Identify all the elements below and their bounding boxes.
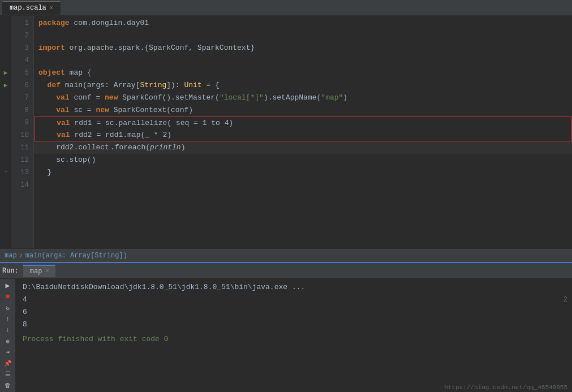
code-println: println <box>150 141 181 154</box>
run-gear-button[interactable]: ⚙ <box>2 337 14 346</box>
code-indent <box>38 79 48 92</box>
line-num-7: 7 <box>16 92 29 104</box>
keyword-val7: val <box>56 92 69 104</box>
keyword-import: import <box>38 42 65 54</box>
run-finished: Process finished with exit code 0 <box>23 333 565 346</box>
code-indent <box>39 117 57 130</box>
gutter-icons: ▶ ▶ − <box>0 16 11 248</box>
run-output: D:\BaiduNetdiskDownload\jdk1.8.0_51\jdk1… <box>16 279 572 348</box>
gutter-13[interactable]: − <box>0 166 11 179</box>
code-line-12: sc.stop() <box>34 154 572 166</box>
line-num-10: 10 <box>16 129 29 141</box>
gutter-10 <box>0 129 11 141</box>
code-text3: = { <box>202 79 220 92</box>
type-unit: Unit <box>184 79 201 92</box>
code-text4: ) <box>343 92 347 104</box>
run-play-button[interactable]: ▶ <box>2 281 14 290</box>
code-text2: 4) <box>220 117 233 130</box>
line-num-14: 14 <box>16 179 29 191</box>
keyword-to: to <box>211 117 220 130</box>
run-tab-label-map: map <box>30 268 42 275</box>
breadcrumb-separator: › <box>19 249 23 262</box>
code-line-7: val conf = new SparkConf().setMaster("lo… <box>34 92 572 104</box>
tab-close-button[interactable]: × <box>50 5 53 11</box>
line-num-13: 13 <box>16 166 29 179</box>
tab-bar: map.scala × <box>0 0 572 16</box>
code-line-5: object map { <box>34 67 572 79</box>
gutter-3 <box>0 42 11 54</box>
code-line-11: rdd2.collect.foreach(println) <box>34 141 572 154</box>
run-tab-bar: Run: map × <box>0 263 572 279</box>
code-line-3: import org.apache.spark.{SparkConf, Spar… <box>34 42 572 54</box>
gutter-4 <box>0 54 11 67</box>
keyword-new8: new <box>96 104 109 117</box>
code-indent <box>39 129 57 141</box>
run-output-wrapper: D:\BaiduNetdiskDownload\jdk1.8.0_51\jdk1… <box>16 279 572 392</box>
code-brace: } <box>48 166 52 179</box>
string-map: "map" <box>321 92 343 104</box>
run-output-line-6: 6 <box>23 306 565 318</box>
type-string: String <box>140 79 166 92</box>
fold-icon-13[interactable]: − <box>4 166 7 179</box>
run-trash-button[interactable]: 🗑 <box>2 381 14 390</box>
run-output-line-4: 4 <box>23 294 565 306</box>
run-filter-button[interactable]: ☰ <box>2 370 14 379</box>
line-numbers: 1 2 3 4 5 6 7 8 9 10 11 12 13 14 <box>11 16 34 248</box>
code-text: conf = <box>70 92 105 104</box>
string-local: "local[*]" <box>220 92 264 104</box>
gutter-8 <box>0 104 11 117</box>
gutter-11 <box>0 141 11 154</box>
tab-label: map.scala <box>10 4 46 12</box>
code-text2: ]): <box>166 79 184 92</box>
run-scroll-up-button[interactable]: ↑ <box>2 315 14 324</box>
code-indent <box>38 141 56 154</box>
code-text: rdd2 = rdd1.map(_ * 2) <box>70 129 171 141</box>
gutter-5[interactable]: ▶ <box>0 67 11 79</box>
code-text: rdd1 = sc.parallelize( seq = 1 <box>70 117 212 130</box>
run-scroll-down-button[interactable]: ↓ <box>2 326 14 335</box>
gutter-2 <box>0 29 11 42</box>
code-indent <box>38 154 56 166</box>
code-text: org.apache.spark.{SparkConf, SparkContex… <box>65 42 255 54</box>
run-sidebar: ▶ ■ ↻ ↑ ↓ ⚙ ⇥ 📌 ☰ 🗑 <box>0 279 16 392</box>
breadcrumb-item-map: map <box>5 249 17 262</box>
keyword-val10: val <box>57 129 70 141</box>
run-pin-button[interactable]: 📌 <box>2 359 14 368</box>
keyword-package: package <box>38 17 70 29</box>
keyword-new7: new <box>105 92 118 104</box>
run-label: Run: <box>2 267 19 275</box>
run-tab-close[interactable]: × <box>45 268 49 274</box>
code-line-9: val rdd1 = sc.parallelize( seq = 1 to 4) <box>34 117 572 129</box>
tab-map-scala[interactable]: map.scala × <box>2 1 61 15</box>
keyword-def: def <box>48 79 61 92</box>
line-num-5: 5 <box>16 67 29 79</box>
line-num-9: 9 <box>16 117 29 129</box>
gutter-12 <box>0 154 11 166</box>
run-icon-6[interactable]: ▶ <box>4 79 8 92</box>
code-line-2 <box>34 29 572 42</box>
code-text2: SparkContext(conf) <box>109 104 193 117</box>
line-num-12: 12 <box>16 154 29 166</box>
run-stop-button[interactable]: ■ <box>2 292 14 301</box>
code-line-13: } <box>34 166 572 179</box>
run-tab-map[interactable]: map × <box>23 265 56 277</box>
line-num-6: 6 <box>16 79 29 92</box>
gutter-14 <box>0 179 11 191</box>
code-line-1: package com.donglin.day01 <box>34 17 572 29</box>
code-text: sc = <box>70 104 96 117</box>
gutter-9 <box>0 117 11 129</box>
code-text2: SparkConf().setMaster( <box>118 92 219 104</box>
gutter-6[interactable]: ▶ <box>0 79 11 92</box>
run-wrap-button[interactable]: ⇥ <box>2 348 14 357</box>
url-bar: https://blog.csdn.net/qq_46548855 <box>444 384 567 391</box>
run-rerun-button[interactable]: ↻ <box>2 304 14 313</box>
code-text-foreach: .foreach( <box>110 141 150 154</box>
code-area[interactable]: package com.donglin.day01 import org.apa… <box>34 16 572 248</box>
breadcrumb: map › main(args: Array[String]) <box>0 248 572 262</box>
run-panel: Run: map × ▶ ■ ↻ ↑ ↓ ⚙ ⇥ 📌 ☰ 🗑 D:\BaiduN… <box>0 262 572 392</box>
code-text: sc.stop() <box>56 154 96 166</box>
line-num-4: 4 <box>16 54 29 67</box>
code-line-4 <box>34 54 572 67</box>
run-icon-5[interactable]: ▶ <box>4 67 8 79</box>
code-line-10: val rdd2 = rdd1.map(_ * 2) <box>34 129 572 141</box>
